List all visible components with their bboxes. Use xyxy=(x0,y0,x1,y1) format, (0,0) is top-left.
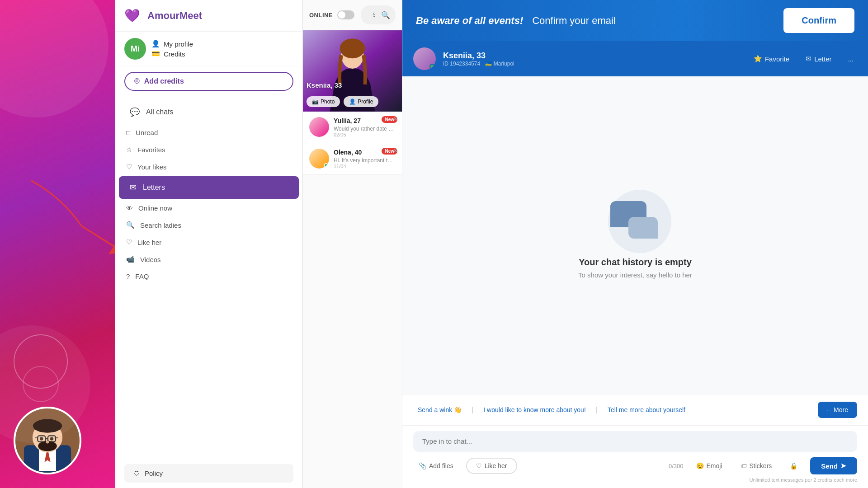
profile-card[interactable]: Kseniia, 33 📷 Photo 👤 Profile xyxy=(303,30,402,112)
star-icon: ⭐ xyxy=(754,55,762,63)
more-options-button[interactable]: ... xyxy=(844,52,857,66)
yuliia-avatar xyxy=(309,117,329,137)
search-bar: 🔍 xyxy=(361,5,396,24)
user-links: 👤 My profile 💳 Credits xyxy=(151,40,193,58)
logo-text: AmourMeet xyxy=(147,10,202,22)
more-button[interactable]: ··· More xyxy=(818,402,857,418)
policy-icon: 🛡 xyxy=(133,469,140,477)
profile-card-name: Kseniia, 33 xyxy=(307,81,342,89)
chat-input-area: 📎 Add files ♡ Like her 0/300 😊 Emoji 🏷 S… xyxy=(402,425,868,488)
search-input[interactable] xyxy=(366,8,381,22)
char-count: 0/300 xyxy=(669,463,684,469)
svg-rect-6 xyxy=(38,436,45,441)
paperclip-icon: 📎 xyxy=(419,462,426,469)
logo-icon: 💜 xyxy=(124,8,140,23)
photo-icon: 📷 xyxy=(312,99,319,105)
photo-button[interactable]: 📷 Photo xyxy=(307,96,340,107)
emoji-icon: 😊 xyxy=(696,462,704,469)
lock-icon: 🔒 xyxy=(784,460,803,472)
deco-circle-2 xyxy=(23,366,59,402)
empty-chat-icon xyxy=(604,192,667,246)
empty-chat-subtitle: To show your interest, say hello to her xyxy=(578,271,692,279)
add-credits-button[interactable]: © Add credits xyxy=(124,72,293,91)
chat-header: Kseniia, 33 ID 1942334574 🇺🇦 Mariupol ⭐ … xyxy=(402,41,868,76)
know-more-button[interactable]: I would like to know more about you! xyxy=(479,404,590,416)
profile-card-icon: 👤 xyxy=(349,99,356,105)
chat-input-box xyxy=(413,431,857,452)
user-avatar: Mi xyxy=(124,38,146,60)
policy-button[interactable]: 🛡 Policy xyxy=(124,464,293,483)
confirm-button[interactable]: Confirm xyxy=(783,8,854,33)
svg-marker-14 xyxy=(108,244,115,254)
stickers-icon: 🏷 xyxy=(741,462,747,469)
svg-point-11 xyxy=(40,437,43,441)
arrow-decoration xyxy=(27,172,115,262)
send-button[interactable]: Send ➤ xyxy=(810,457,857,474)
header-online-dot xyxy=(429,64,435,69)
like-her-chat-button[interactable]: ♡ Like her xyxy=(466,458,517,474)
left-background xyxy=(0,0,115,488)
main-area: Be aware of all events! Confirm your ema… xyxy=(402,0,868,488)
nav-item-all-chats[interactable]: 💬 All chats xyxy=(119,101,299,123)
like-her-icon: ♡ xyxy=(126,238,132,246)
nav-item-your-likes[interactable]: ♡ Your likes xyxy=(115,158,302,175)
svg-point-13 xyxy=(46,441,49,444)
user-section: Mi 👤 My profile 💳 Credits xyxy=(115,32,302,66)
chat-body: Your chat history is empty To show your … xyxy=(402,76,868,394)
favorite-button[interactable]: ⭐ Favorite xyxy=(750,51,793,66)
stickers-button[interactable]: 🏷 Stickers xyxy=(735,460,778,472)
tell-more-button[interactable]: Tell me more about yourself xyxy=(603,404,690,416)
olena-avatar xyxy=(309,149,329,169)
quick-actions: Send a wink 👋 | I would like to know mor… xyxy=(402,394,868,425)
profile-icon: 👤 xyxy=(151,40,160,48)
nav-section: 💬 All chats □ Unread ☆ Favorites ♡ Your … xyxy=(115,96,302,459)
chat-list-panel: ONLINE 🔍 xyxy=(303,0,402,488)
credits-icon: 💳 xyxy=(151,50,160,58)
chat-header-actions: ⭐ Favorite ✉ Letter ... xyxy=(750,51,857,66)
faq-icon: ? xyxy=(126,272,130,280)
nav-item-unread[interactable]: □ Unread xyxy=(115,124,302,141)
chat-item-yuliia[interactable]: Yuliia, 27 Would you rather date a woman… xyxy=(303,112,402,143)
credits-link[interactable]: 💳 Credits xyxy=(151,50,193,58)
profile-card-actions: 📷 Photo 👤 Profile xyxy=(307,96,398,107)
send-wink-button[interactable]: Send a wink 👋 xyxy=(413,404,466,416)
svg-point-4 xyxy=(33,419,62,432)
my-profile-link[interactable]: 👤 My profile xyxy=(151,40,193,48)
letter-button[interactable]: ✉ Letter xyxy=(802,51,835,66)
sidebar: 💜 AmourMeet Mi 👤 My profile 💳 Credits © … xyxy=(115,0,303,488)
add-files-button[interactable]: 📎 Add files xyxy=(413,460,459,472)
online-icon: 👁 xyxy=(126,204,133,212)
nav-item-search-ladies[interactable]: 🔍 Search ladies xyxy=(115,216,302,234)
letters-icon: ✉ xyxy=(130,183,137,192)
emoji-button[interactable]: 😊 Emoji xyxy=(691,460,728,472)
close-yuliia[interactable]: ✕ xyxy=(393,115,398,122)
search-ladies-icon: 🔍 xyxy=(126,221,135,229)
online-bar: ONLINE 🔍 xyxy=(303,0,402,30)
favorites-icon: ☆ xyxy=(126,145,132,154)
chat-icon: 💬 xyxy=(130,107,140,117)
nav-item-online-now[interactable]: 👁 Online now xyxy=(115,200,302,216)
email-banner: Be aware of all events! Confirm your ema… xyxy=(402,0,868,41)
videos-icon: 📹 xyxy=(126,255,135,263)
nav-item-faq[interactable]: ? FAQ xyxy=(115,268,302,285)
svg-point-17 xyxy=(340,38,365,58)
deco-circle-1 xyxy=(14,334,68,389)
nav-item-like-her[interactable]: ♡ Like her xyxy=(115,234,302,251)
add-credits-icon: © xyxy=(134,77,140,85)
lock-symbol: 🔒 xyxy=(790,462,797,469)
nav-item-letters[interactable]: ✉ Letters xyxy=(119,176,299,199)
profile-button[interactable]: 👤 Profile xyxy=(344,96,378,107)
sidebar-header: 💜 AmourMeet xyxy=(115,0,302,32)
svg-point-12 xyxy=(50,437,54,441)
close-olena[interactable]: ✕ xyxy=(393,147,398,154)
chat-input[interactable] xyxy=(422,437,848,445)
nav-item-favorites[interactable]: ☆ Favorites xyxy=(115,141,302,158)
chat-item-olena[interactable]: Olena, 40 Hi. It's very important to me … xyxy=(303,143,402,175)
letter-icon: ✉ xyxy=(806,55,811,63)
nav-item-videos[interactable]: 📹 Videos xyxy=(115,251,302,268)
chat-header-info: Kseniia, 33 ID 1942334574 🇺🇦 Mariupol xyxy=(443,51,743,67)
online-toggle[interactable] xyxy=(337,10,354,19)
send-icon: ➤ xyxy=(840,462,846,470)
unread-icon: □ xyxy=(126,129,130,136)
olena-online-dot xyxy=(324,163,329,168)
